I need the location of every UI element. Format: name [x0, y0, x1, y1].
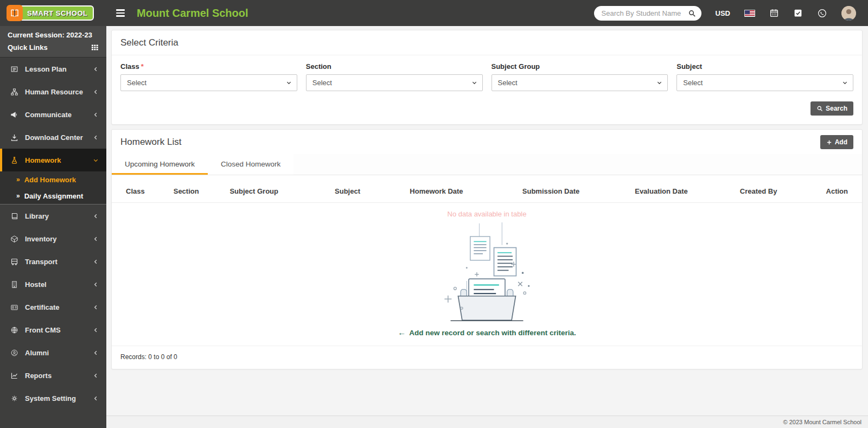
chevron-left-icon: [93, 89, 99, 95]
sidebar: Current Session: 2022-23 Quick Links Les…: [0, 26, 106, 428]
chevron-left-icon: [93, 373, 99, 379]
sidebar-item-certificate[interactable]: Certificate: [0, 296, 106, 318]
sidebar-item-label: System Setting: [25, 394, 93, 403]
subject-field: Subject Select: [676, 62, 853, 91]
flask-icon: [10, 156, 19, 164]
chevron-down-icon: [471, 80, 477, 86]
plus-icon: [826, 139, 832, 145]
sidebar-item-label: Lesson Plan: [25, 65, 93, 73]
whatsapp-icon[interactable]: [817, 8, 827, 18]
hamburger-menu-icon[interactable]: [116, 9, 125, 17]
chevron-left-icon: [93, 213, 99, 219]
class-select-value: Select: [127, 79, 146, 87]
download-icon: [10, 133, 19, 142]
homework-list-card: Homework List Add Upcoming Homework Clos…: [111, 129, 863, 369]
student-search: [594, 6, 701, 21]
class-label: Class: [120, 62, 139, 71]
calendar-icon[interactable]: [769, 8, 779, 18]
building-icon: [10, 280, 19, 289]
chevron-down-icon: [842, 80, 848, 86]
required-asterisk: *: [141, 62, 144, 71]
empty-state-illustration: [429, 222, 545, 323]
left-arrow-icon: ←: [398, 328, 406, 337]
page-title: Mount Carmel School: [137, 7, 248, 20]
sidebar-item-inventory[interactable]: Inventory: [0, 227, 106, 250]
chevron-left-icon: [93, 66, 99, 72]
sidebar-item-front-cms[interactable]: Front CMS: [0, 318, 106, 341]
book-logo-icon: [7, 5, 23, 21]
subject-group-select[interactable]: Select: [492, 74, 668, 91]
chart-line-icon: [10, 372, 19, 380]
homework-submenu: » Add Homework » Daily Assignment: [0, 171, 106, 205]
class-select[interactable]: Select: [120, 74, 297, 91]
homework-tabs: Upcoming Homework Closed Homework: [112, 154, 862, 175]
session-box: Current Session: 2022-23 Quick Links: [0, 26, 106, 58]
id-card-icon: [10, 303, 19, 311]
sidebar-item-label: Download Center: [25, 133, 93, 142]
sidebar-item-download-center[interactable]: Download Center: [0, 126, 106, 149]
submenu-item-daily-assignment[interactable]: » Daily Assignment: [0, 188, 106, 204]
newspaper-icon: [10, 65, 19, 73]
sidebar-item-human-resource[interactable]: Human Resource: [0, 80, 106, 103]
sidebar-item-communicate[interactable]: Communicate: [0, 103, 106, 126]
sidebar-item-transport[interactable]: Transport: [0, 250, 106, 273]
sidebar-item-reports[interactable]: Reports: [0, 364, 106, 387]
sidebar-item-label: Transport: [25, 258, 93, 266]
column-header-section[interactable]: Section: [168, 181, 225, 203]
copyright-text: © 2023 Mount Carmel School: [783, 419, 861, 425]
chevron-left-icon: [93, 135, 99, 140]
quick-links[interactable]: Quick Links: [8, 43, 99, 52]
column-header-class[interactable]: Class: [112, 181, 168, 203]
column-header-subject[interactable]: Subject: [329, 181, 404, 203]
select-criteria-card: Select Criteria Class* Select Section Se…: [111, 30, 863, 125]
tab-closed-homework[interactable]: Closed Homework: [208, 154, 293, 175]
column-header-evaluation-date[interactable]: Evaluation Date: [629, 181, 735, 203]
search-input[interactable]: [602, 9, 688, 17]
currency-selector[interactable]: USD: [716, 9, 730, 17]
double-chevron-icon: »: [16, 192, 20, 200]
sidebar-item-library[interactable]: Library: [0, 205, 106, 227]
sidebar-item-system-setting[interactable]: System Setting: [0, 387, 106, 410]
empty-hint: ←Add new record or search with different…: [112, 323, 862, 346]
section-select[interactable]: Select: [306, 74, 483, 91]
submenu-item-label: Add Homework: [24, 176, 76, 184]
subject-group-field: Subject Group Select: [492, 62, 668, 91]
sidebar-item-alumni[interactable]: Alumni: [0, 341, 106, 364]
column-header-subject-group[interactable]: Subject Group: [224, 181, 329, 203]
table-header-row: Class Section Subject Group Subject Home…: [112, 181, 862, 203]
sidebar-item-hostel[interactable]: Hostel: [0, 273, 106, 296]
records-count: Records: 0 to 0 of 0: [112, 346, 862, 369]
subject-group-select-value: Select: [498, 79, 518, 87]
app-logo[interactable]: SMART SCHOOL: [0, 0, 106, 26]
bus-icon: [10, 258, 19, 266]
language-flag-icon[interactable]: [744, 10, 755, 17]
submenu-item-add-homework[interactable]: » Add Homework: [0, 171, 106, 188]
search-button[interactable]: Search: [810, 101, 853, 116]
sidebar-item-label: Hostel: [25, 280, 93, 289]
subject-select-value: Select: [683, 79, 703, 87]
graduate-icon: [10, 349, 19, 357]
column-header-submission-date[interactable]: Submission Date: [517, 181, 629, 203]
sidebar-item-homework[interactable]: Homework: [0, 149, 106, 171]
submenu-item-label: Daily Assignment: [24, 192, 84, 200]
current-session-label: Current Session: 2022-23: [8, 31, 99, 39]
column-header-homework-date[interactable]: Homework Date: [404, 181, 516, 203]
sitemap-icon: [10, 88, 19, 96]
class-field: Class* Select: [120, 62, 297, 91]
sidebar-item-lesson-plan[interactable]: Lesson Plan: [0, 58, 106, 80]
search-icon[interactable]: [688, 9, 696, 17]
top-header-bar: SMART SCHOOL Mount Carmel School USD: [0, 0, 868, 26]
subject-group-label: Subject Group: [492, 62, 540, 71]
tab-upcoming-homework[interactable]: Upcoming Homework: [112, 154, 208, 175]
grid-icon[interactable]: [91, 43, 99, 52]
search-icon: [816, 105, 823, 112]
gears-icon: [10, 394, 19, 403]
task-check-icon[interactable]: [793, 8, 803, 18]
column-header-action[interactable]: Action: [817, 181, 862, 203]
add-button[interactable]: Add: [820, 135, 853, 149]
chevron-down-icon: [656, 80, 662, 86]
column-header-created-by[interactable]: Created By: [735, 181, 817, 203]
chevron-left-icon: [93, 112, 99, 118]
user-avatar[interactable]: [841, 6, 856, 21]
subject-select[interactable]: Select: [676, 74, 853, 91]
